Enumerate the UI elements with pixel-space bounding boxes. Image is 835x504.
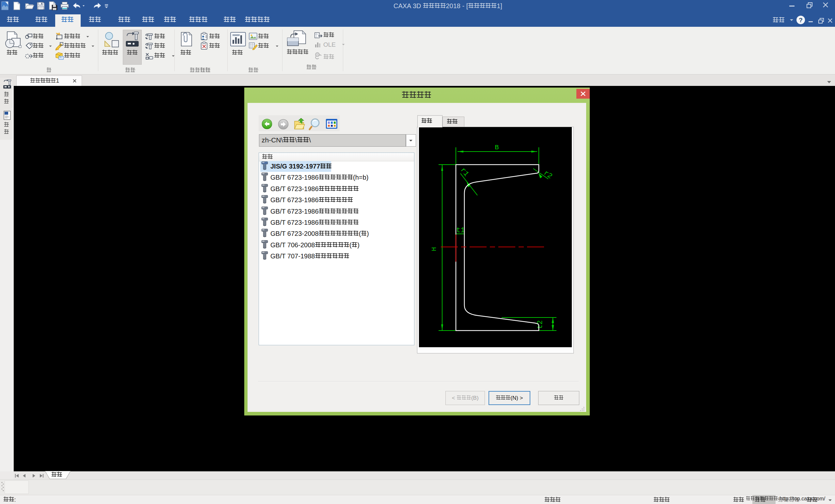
svg-text:r1: r1 [459,166,470,178]
svg-text:?: ? [799,17,803,23]
svg-text:t2: t2 [536,320,544,329]
svg-text:t1: t1 [456,226,465,235]
svg-text:B: B [495,144,499,151]
svg-text:H: H [430,247,438,251]
svg-text:r2: r2 [542,169,554,181]
